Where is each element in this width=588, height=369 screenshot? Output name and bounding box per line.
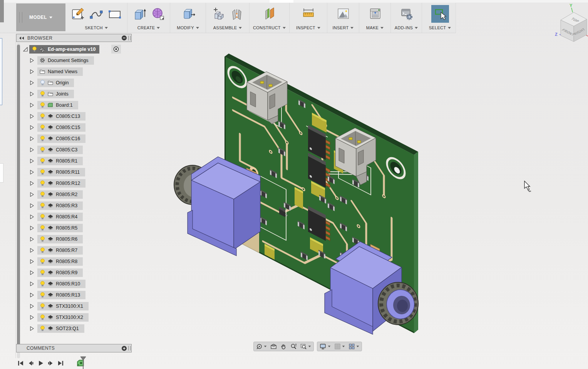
panel-grip[interactable] bbox=[128, 36, 131, 40]
expand-arrow-icon[interactable] bbox=[30, 136, 35, 141]
visibility-bulb-icon[interactable] bbox=[40, 191, 45, 198]
browser-tree-row[interactable]: Board:1 bbox=[30, 99, 99, 111]
expand-arrow-icon[interactable] bbox=[30, 203, 35, 208]
browser-tree-row[interactable]: Joints bbox=[30, 88, 99, 99]
timeline-step-back-button[interactable] bbox=[27, 359, 34, 367]
expand-arrow-icon[interactable] bbox=[30, 270, 35, 275]
rectangle-button[interactable] bbox=[107, 6, 122, 22]
look-at-button[interactable] bbox=[270, 343, 277, 350]
browser-scrollbar[interactable] bbox=[17, 43, 20, 358]
extrude-button[interactable] bbox=[132, 6, 147, 22]
expand-arrow-icon[interactable] bbox=[30, 114, 35, 119]
viewports-button[interactable] bbox=[348, 343, 359, 350]
create-menu[interactable]: CREATE bbox=[137, 24, 160, 31]
visibility-bulb-icon[interactable] bbox=[32, 46, 37, 52]
expand-arrow-icon[interactable] bbox=[30, 315, 35, 320]
press-pull-button[interactable] bbox=[181, 6, 195, 22]
addins-button[interactable] bbox=[399, 6, 414, 22]
visibility-bulb-icon[interactable] bbox=[40, 158, 45, 164]
browser-scrollbar-thumb[interactable] bbox=[17, 45, 20, 347]
browser-tree-row[interactable]: R0805:R11 bbox=[30, 166, 99, 178]
expand-arrow-icon[interactable] bbox=[30, 159, 35, 163]
zoom-window-button[interactable] bbox=[300, 343, 311, 350]
visibility-bulb-icon[interactable] bbox=[40, 325, 45, 332]
construct-menu[interactable]: CONSTRUCT bbox=[253, 24, 286, 31]
measure-button[interactable] bbox=[301, 6, 316, 22]
visibility-bulb-icon[interactable] bbox=[40, 91, 45, 97]
view-cube[interactable]: Y Z TOP FRONT RIGHT bbox=[555, 3, 588, 42]
expand-arrow-icon[interactable] bbox=[30, 103, 35, 107]
visibility-bulb-icon[interactable] bbox=[40, 303, 45, 309]
browser-tree-row[interactable]: R0805:R8 bbox=[30, 256, 99, 267]
create-sketch-button[interactable] bbox=[70, 6, 85, 22]
browser-root-row[interactable]: Ed-amp-example v10 bbox=[23, 44, 99, 55]
timeline-skip-to-start-button[interactable] bbox=[17, 359, 24, 367]
visibility-bulb-icon[interactable] bbox=[40, 180, 45, 186]
visibility-bulb-icon[interactable] bbox=[40, 258, 45, 265]
browser-tree-row[interactable]: R0805:R6 bbox=[30, 233, 99, 245]
browser-tree-row[interactable]: STX3100:X1 bbox=[30, 300, 99, 312]
expand-arrow-icon[interactable] bbox=[30, 81, 35, 85]
browser-tree-row[interactable]: R0805:R13 bbox=[30, 289, 99, 300]
insert-button[interactable] bbox=[336, 6, 350, 22]
visibility-bulb-icon[interactable] bbox=[40, 281, 45, 287]
browser-tree-row[interactable]: R0805:R5 bbox=[30, 222, 99, 233]
timeline-play-button[interactable] bbox=[37, 359, 44, 367]
modify-menu[interactable]: MODIFY bbox=[177, 24, 199, 31]
browser-tree-row[interactable]: Document Settings bbox=[30, 55, 99, 66]
expand-arrow-icon[interactable] bbox=[30, 226, 35, 230]
visibility-bulb-icon[interactable] bbox=[40, 169, 45, 175]
grid-settings-button[interactable] bbox=[334, 343, 345, 350]
panel-grip[interactable] bbox=[128, 346, 131, 351]
timeline-skip-to-end-button[interactable] bbox=[57, 359, 64, 367]
visibility-bulb-icon[interactable] bbox=[40, 314, 45, 320]
browser-tree-row[interactable]: R0805:R3 bbox=[30, 200, 99, 211]
expand-arrow-icon[interactable] bbox=[30, 192, 35, 197]
browser-tree-row[interactable]: R0805:R10 bbox=[30, 278, 99, 289]
assemble-menu[interactable]: ASSEMBLE bbox=[213, 24, 242, 31]
expand-arrow-icon[interactable] bbox=[30, 248, 35, 253]
browser-tree-row[interactable]: Named Views bbox=[30, 66, 99, 77]
spline-button[interactable] bbox=[89, 6, 104, 22]
expand-arrow-icon[interactable] bbox=[30, 326, 35, 331]
visibility-bulb-icon[interactable] bbox=[40, 247, 45, 253]
timeline-playhead[interactable] bbox=[80, 356, 86, 369]
timeline-board-feature[interactable] bbox=[75, 359, 85, 368]
construction-plane-button[interactable] bbox=[262, 6, 277, 22]
visibility-bulb-icon[interactable] bbox=[40, 203, 45, 209]
expand-arrow-icon[interactable] bbox=[30, 259, 35, 264]
expand-arrow-icon[interactable] bbox=[30, 170, 35, 174]
expand-arrow-icon[interactable] bbox=[30, 69, 35, 74]
visibility-bulb-icon[interactable] bbox=[40, 147, 45, 153]
create-form-button[interactable] bbox=[151, 6, 165, 22]
make-menu[interactable]: MAKE bbox=[366, 24, 384, 31]
browser-panel-header[interactable]: BROWSER bbox=[16, 34, 132, 42]
visibility-bulb-icon[interactable] bbox=[40, 236, 45, 242]
browser-tree-row[interactable]: R0805:R12 bbox=[30, 178, 99, 189]
expand-arrow-icon[interactable] bbox=[30, 125, 35, 130]
browser-tree-row[interactable]: R0805:R7 bbox=[30, 245, 99, 256]
browser-tree-row[interactable]: C0805:C15 bbox=[30, 122, 99, 133]
workspace-switcher[interactable]: MODEL bbox=[16, 3, 65, 31]
addins-menu[interactable]: ADD-INS bbox=[395, 24, 418, 31]
zoom-button[interactable] bbox=[290, 343, 297, 350]
expand-arrow-icon[interactable] bbox=[30, 148, 35, 152]
visibility-bulb-icon[interactable] bbox=[40, 80, 45, 86]
visibility-bulb-icon[interactable] bbox=[40, 292, 45, 298]
collapse-panel-icon[interactable] bbox=[19, 36, 24, 40]
expand-arrow-icon[interactable] bbox=[30, 92, 35, 96]
browser-tree-row[interactable]: C0805:C3 bbox=[30, 144, 99, 155]
new-component-button[interactable] bbox=[211, 6, 226, 22]
expand-arrow-icon[interactable] bbox=[30, 181, 35, 186]
comments-panel-header[interactable]: COMMENTS bbox=[16, 344, 132, 352]
display-settings-button[interactable] bbox=[320, 343, 331, 350]
browser-tree-row[interactable]: C0805:C16 bbox=[30, 133, 99, 144]
browser-tree-row[interactable]: R0805:R4 bbox=[30, 211, 99, 222]
insert-menu[interactable]: INSERT bbox=[333, 24, 354, 31]
joint-button[interactable] bbox=[230, 6, 244, 22]
expand-arrow-icon[interactable] bbox=[30, 304, 35, 309]
visibility-bulb-icon[interactable] bbox=[40, 214, 45, 220]
browser-tree-row[interactable]: SOT23:Q1 bbox=[30, 323, 99, 334]
orbit-button[interactable] bbox=[256, 343, 267, 350]
browser-tree-row[interactable]: R0805:R9 bbox=[30, 267, 99, 278]
